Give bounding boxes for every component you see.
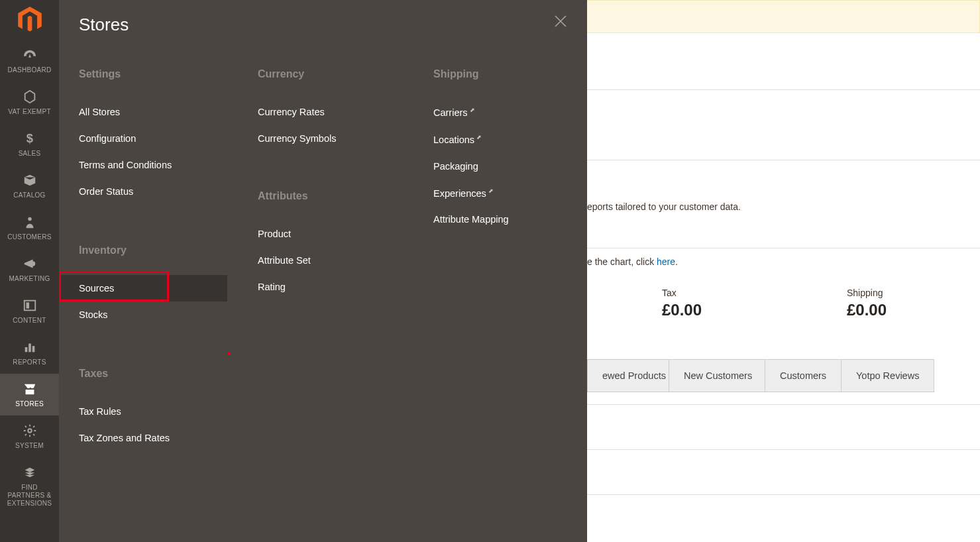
nav-dashboard[interactable]: DASHBOARD	[0, 40, 59, 81]
notice-bar	[587, 0, 980, 33]
link-locations[interactable]: Locations⬈	[433, 126, 586, 153]
svg-rect-3	[26, 302, 29, 308]
nav-label: SALES	[19, 150, 41, 157]
nav-label: FIND PARTNERS & EXTENSIONS	[3, 484, 56, 508]
link-currency-rates[interactable]: Currency Rates	[258, 99, 413, 125]
link-terms-conditions[interactable]: Terms and Conditions	[79, 152, 238, 178]
link-product[interactable]: Product	[258, 221, 413, 247]
svg-rect-2	[24, 301, 35, 311]
link-rating[interactable]: Rating	[258, 274, 413, 300]
divider	[587, 404, 980, 405]
nav-catalog[interactable]: CATALOG	[0, 165, 59, 207]
close-icon[interactable]	[554, 15, 567, 28]
stat-value: £0.00	[662, 301, 702, 319]
group-heading-attributes: Attributes	[258, 190, 413, 202]
tab-customers[interactable]: Customers	[765, 359, 842, 392]
svg-rect-4	[25, 347, 27, 352]
tab-viewed-products[interactable]: ewed Products	[587, 359, 681, 392]
dollar-icon: $	[21, 130, 38, 147]
link-order-status[interactable]: Order Status	[79, 178, 238, 205]
dashboard-page-fragment: eports tailored to your customer data. e…	[587, 0, 980, 542]
link-text: Locations	[433, 135, 474, 145]
bars-icon	[21, 339, 38, 356]
stat-value: £0.00	[847, 301, 887, 319]
person-icon	[21, 213, 38, 231]
nav-find-partners[interactable]: FIND PARTNERS & EXTENSIONS	[0, 457, 59, 515]
link-currency-symbols[interactable]: Currency Symbols	[258, 125, 413, 152]
stores-flyout: Stores Settings All Stores Configuration…	[59, 0, 587, 542]
nav-system[interactable]: SYSTEM	[0, 415, 59, 457]
divider	[587, 494, 980, 495]
flyout-col-settings: Settings All Stores Configuration Terms …	[59, 68, 238, 451]
chart-hint-text: e the chart, click	[587, 256, 657, 267]
group-heading-shipping: Shipping	[433, 68, 586, 80]
nav-label: CONTENT	[13, 317, 46, 324]
gauge-icon	[21, 46, 38, 64]
group-heading-inventory: Inventory	[79, 244, 238, 256]
link-configuration[interactable]: Configuration	[79, 125, 238, 152]
flyout-col-shipping: Shipping Carriers⬈ Locations⬈ Packaging …	[413, 68, 586, 451]
link-sources[interactable]: Sources	[79, 275, 227, 301]
megaphone-icon	[21, 255, 38, 272]
nav-label: SYSTEM	[15, 442, 44, 449]
gear-icon	[21, 422, 38, 439]
svg-point-1	[28, 217, 32, 221]
link-attribute-mapping[interactable]: Attribute Mapping	[433, 206, 586, 233]
nav-customers[interactable]: CUSTOMERS	[0, 207, 59, 248]
nav-sales[interactable]: $ SALES	[0, 123, 59, 165]
divider	[587, 89, 980, 90]
tab-new-customers[interactable]: New Customers	[669, 359, 767, 392]
external-icon: ⬈	[470, 107, 475, 113]
stat-label: Tax	[662, 288, 702, 298]
nav-vat-exempt[interactable]: VAT EXEMPT	[0, 81, 59, 123]
link-all-stores[interactable]: All Stores	[79, 99, 238, 125]
tab-yotpo-reviews[interactable]: Yotpo Reviews	[841, 359, 934, 392]
svg-rect-5	[28, 344, 31, 352]
link-attribute-set[interactable]: Attribute Set	[258, 247, 413, 274]
nav-label: DASHBOARD	[7, 66, 51, 74]
group-heading-taxes: Taxes	[79, 368, 238, 380]
period: .	[675, 256, 678, 267]
nav-label: VAT EXEMPT	[8, 108, 51, 115]
link-tax-zones[interactable]: Tax Zones and Rates	[79, 425, 238, 451]
flyout-title: Stores	[79, 15, 129, 35]
magento-logo[interactable]	[0, 0, 59, 40]
divider	[587, 248, 980, 248]
layout-icon	[21, 297, 38, 314]
report-text: eports tailored to your customer data.	[587, 201, 741, 212]
stat-tax: Tax £0.00	[662, 288, 702, 319]
svg-text:$: $	[26, 131, 32, 145]
link-text: Carriers	[433, 107, 468, 118]
link-text: Experiences	[433, 188, 486, 198]
svg-point-7	[28, 429, 32, 433]
group-heading-currency: Currency	[258, 68, 413, 80]
annotation-dot	[227, 352, 230, 354]
nav-label: CUSTOMERS	[7, 233, 51, 241]
divider	[587, 160, 980, 160]
partners-icon	[21, 464, 38, 481]
link-stocks[interactable]: Stocks	[79, 301, 238, 328]
nav-label: REPORTS	[13, 358, 46, 366]
divider	[587, 449, 980, 450]
box-icon	[21, 172, 38, 189]
chart-link[interactable]: here	[657, 256, 675, 267]
flyout-col-currency: Currency Currency Rates Currency Symbols…	[238, 68, 413, 451]
nav-marketing[interactable]: MARKETING	[0, 248, 59, 290]
link-experiences[interactable]: Experiences⬈	[433, 180, 586, 207]
external-icon: ⬈	[476, 134, 482, 140]
link-carriers[interactable]: Carriers⬈	[433, 99, 586, 126]
link-tax-rules[interactable]: Tax Rules	[79, 398, 238, 425]
nav-content[interactable]: CONTENT	[0, 290, 59, 332]
svg-rect-6	[32, 346, 34, 352]
nav-label: CATALOG	[13, 191, 45, 199]
chart-hint: e the chart, click here.	[587, 256, 678, 267]
external-icon: ⬈	[488, 188, 494, 194]
nav-stores[interactable]: STORES	[0, 374, 59, 415]
storefront-icon	[21, 380, 38, 398]
stat-shipping: Shipping £0.00	[847, 288, 887, 319]
link-packaging[interactable]: Packaging	[433, 153, 586, 180]
nav-reports[interactable]: REPORTS	[0, 332, 59, 374]
nav-label: STORES	[15, 400, 44, 407]
group-heading-settings: Settings	[79, 68, 238, 80]
admin-sidebar: DASHBOARD VAT EXEMPT $ SALES CATALOG CUS…	[0, 0, 59, 542]
